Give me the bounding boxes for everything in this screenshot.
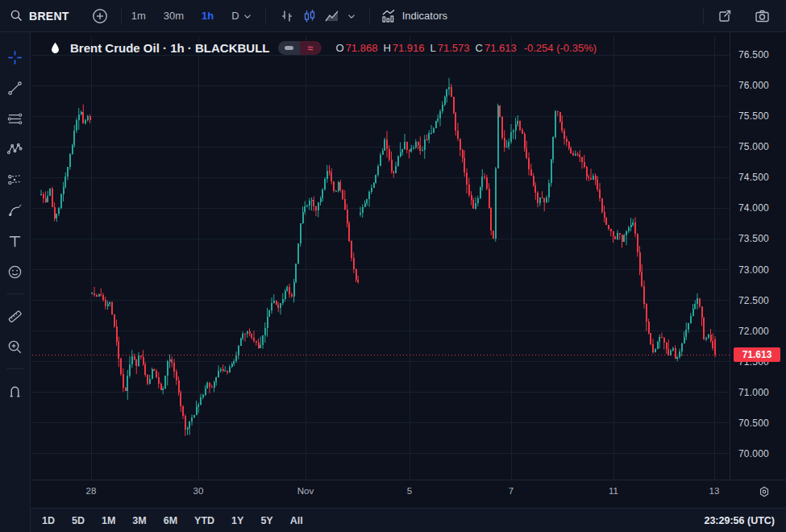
add-symbol-button[interactable] <box>89 5 111 27</box>
range-1d[interactable]: 1D <box>42 515 55 526</box>
range-group: 1D5D1M3M6MYTD1Y5YAll <box>42 515 303 526</box>
indicators-button[interactable]: Indicators <box>380 8 447 24</box>
drawing-toolbar <box>0 32 31 532</box>
interval-chevron-icon <box>242 10 253 22</box>
zoom-in-tool[interactable] <box>2 331 28 362</box>
price-tick: 72.500 <box>738 295 769 306</box>
interval-30m[interactable]: 30m <box>164 10 184 22</box>
trend-line-icon <box>6 80 23 97</box>
time-tick: 11 <box>609 486 618 496</box>
chart-legend: Brent Crude Oil · 1h · BLACKBULL ≈ O71.8… <box>48 41 597 55</box>
candlestick-chart[interactable] <box>31 32 730 480</box>
search-icon <box>10 9 23 23</box>
area-style-button[interactable] <box>321 5 343 27</box>
top-toolbar: BRENT 1m30m1hD <box>0 0 786 32</box>
trend-line-tool[interactable] <box>2 73 28 103</box>
time-tick: Nov <box>297 486 314 496</box>
magnet-tool[interactable] <box>2 376 28 406</box>
brush-icon <box>6 202 23 219</box>
ohlc-o: O71.868 <box>336 42 378 54</box>
time-tick: 7 <box>509 486 514 496</box>
range-1m[interactable]: 1M <box>102 515 115 526</box>
indicators-icon <box>380 8 397 24</box>
bar-style-button[interactable] <box>276 5 298 27</box>
sidebar-divider <box>6 293 24 294</box>
ohlc-h: H71.916 <box>383 42 424 54</box>
area-style-icon <box>323 8 341 24</box>
range-6m[interactable]: 6M <box>164 515 177 526</box>
range-1y[interactable]: 1Y <box>231 515 243 526</box>
text-tool[interactable] <box>2 226 28 256</box>
xabcd-pattern-tool[interactable] <box>2 134 28 164</box>
ohlc-c: C71.613 <box>476 42 517 54</box>
projection-icon <box>6 172 23 189</box>
range-5d[interactable]: 5D <box>72 515 85 526</box>
price-tick: 70.000 <box>738 448 769 459</box>
last-price-label: 71.613 <box>734 347 780 362</box>
time-tick: 28 <box>86 486 97 496</box>
price-tick: 72.000 <box>738 326 769 337</box>
scale-settings-button[interactable] <box>757 484 771 502</box>
screenshot-button[interactable] <box>751 5 773 27</box>
oil-drop-icon <box>48 41 62 55</box>
legend-flag-button[interactable]: ≈ <box>300 41 322 55</box>
style-chevron-icon <box>346 10 357 22</box>
price-tick: 74.500 <box>738 172 769 183</box>
toolbar-divider <box>703 7 704 25</box>
candle-style-icon <box>302 8 318 24</box>
price-tick: 73.500 <box>738 233 769 244</box>
parallel-lines-tool[interactable] <box>2 103 28 134</box>
crosshair-tool[interactable] <box>2 42 28 73</box>
brush-tool[interactable] <box>2 195 28 226</box>
legend-quick-actions: ≈ <box>278 41 322 55</box>
candle-style-button[interactable] <box>298 5 321 27</box>
text-icon <box>6 233 23 250</box>
interval-1m[interactable]: 1m <box>131 10 146 22</box>
sidebar-divider <box>6 368 24 369</box>
hide-dash-icon <box>285 46 293 50</box>
price-tick: 75.000 <box>738 141 769 152</box>
interval-1h[interactable]: 1h <box>202 10 214 22</box>
projection-tool[interactable] <box>2 164 28 195</box>
time-tick: 5 <box>407 486 412 496</box>
bottom-toolbar: 1D5D1M3M6MYTD1Y5YAll 23:29:56 (UTC) <box>31 508 786 532</box>
interval-menu-button[interactable] <box>239 5 256 27</box>
zoom-in-icon <box>6 339 23 355</box>
clock[interactable]: 23:29:56 (UTC) <box>704 515 775 526</box>
price-tick: 71.000 <box>738 387 769 398</box>
price-tick: 76.500 <box>738 49 769 60</box>
share-button[interactable] <box>713 5 736 27</box>
toolbar-divider <box>265 7 266 25</box>
price-tick: 70.500 <box>738 418 769 429</box>
bar-style-icon <box>279 8 295 24</box>
add-symbol-icon <box>91 7 109 25</box>
price-tick: 76.000 <box>738 80 769 91</box>
xabcd-pattern-icon <box>6 141 23 158</box>
change-value: -0.254 (-0.35%) <box>524 42 597 54</box>
ohlc-l: L71.573 <box>430 42 470 54</box>
price-axis[interactable]: 76.50076.00075.50075.00074.50074.00073.5… <box>730 32 786 480</box>
symbol-search-button[interactable]: BRENT <box>10 9 69 23</box>
style-menu-button[interactable] <box>343 5 360 27</box>
ruler-tool[interactable] <box>2 301 28 331</box>
emoji-tool[interactable] <box>2 256 28 287</box>
trading-chart-app: BRENT 1m30m1hD <box>0 0 786 532</box>
crosshair-icon <box>6 49 23 66</box>
interval-group: 1m30m1hD <box>131 10 239 22</box>
toolbar-divider <box>121 7 122 25</box>
legend-symbol-title[interactable]: Brent Crude Oil · 1h · BLACKBULL <box>70 41 270 55</box>
ruler-icon <box>6 308 23 325</box>
range-all[interactable]: All <box>290 515 303 526</box>
interval-D[interactable]: D <box>231 10 239 22</box>
price-tick: 73.000 <box>738 264 769 276</box>
ohlc-values: O71.868H71.916L71.573C71.613-0.254 (-0.3… <box>336 42 597 54</box>
toolbar-divider <box>369 7 370 25</box>
range-5y[interactable]: 5Y <box>260 515 272 526</box>
indicators-label: Indicators <box>402 10 447 22</box>
range-ytd[interactable]: YTD <box>194 515 214 526</box>
legend-hide-button[interactable] <box>278 41 300 55</box>
range-3m[interactable]: 3M <box>132 515 146 526</box>
share-icon <box>717 8 733 24</box>
time-axis[interactable]: 2830Nov571113 <box>31 480 786 508</box>
scale-settings-icon <box>757 484 771 499</box>
